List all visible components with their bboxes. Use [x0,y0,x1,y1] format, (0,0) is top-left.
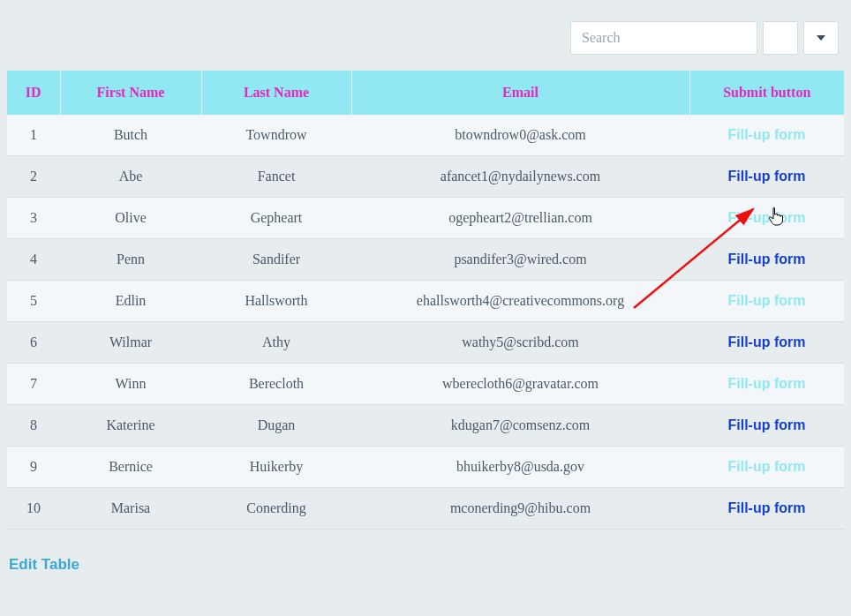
cell-last-name: Towndrow [201,115,351,156]
cell-first-name: Olive [60,198,201,239]
table-row: 6WilmarAthywathy5@scribd.comFill-up form [7,322,844,364]
fill-up-form-link[interactable]: Fill-up form [728,500,806,515]
table-row: 3OliveGepheartogepheart2@trellian.comFil… [7,198,844,239]
cell-email: psandifer3@wired.com [351,239,689,281]
cell-id: 1 [7,115,60,156]
cell-last-name: Dugan [201,405,351,447]
cell-submit: Fill-up form [689,239,844,281]
cell-email: ehallsworth4@creativecommons.org [351,281,689,322]
cell-id: 5 [7,281,60,322]
cell-submit: Fill-up form [689,488,844,530]
cell-last-name: Hallsworth [201,281,351,322]
cell-first-name: Katerine [60,405,201,447]
table-row: 10MarisaConerdingmconerding9@hibu.comFil… [7,488,844,530]
cell-first-name: Penn [60,239,201,281]
table-row: 2AbeFancetafancet1@nydailynews.comFill-u… [7,156,844,198]
column-header-submit[interactable]: Submit button [689,71,844,115]
fill-up-form-link[interactable]: Fill-up form [728,417,806,432]
cell-submit: Fill-up form [689,281,844,322]
cell-id: 6 [7,322,60,364]
cell-email: mconerding9@hibu.com [351,488,689,530]
cell-id: 4 [7,239,60,281]
cell-id: 3 [7,198,60,239]
column-header-last-name[interactable]: Last Name [201,71,351,115]
column-header-id[interactable]: ID [7,71,60,115]
cell-last-name: Athy [201,322,351,364]
fill-up-form-link[interactable]: Fill-up form [728,459,806,474]
search-button[interactable] [763,21,798,55]
cell-first-name: Bernice [60,447,201,488]
table-row: 4PennSandiferpsandifer3@wired.comFill-up… [7,239,844,281]
data-table: ID First Name Last Name Email Submit but… [7,71,844,530]
cell-submit: Fill-up form [689,115,844,156]
table-toolbar [7,21,844,55]
fill-up-form-link[interactable]: Fill-up form [728,169,806,184]
search-icon [773,31,787,45]
cell-last-name: Sandifer [201,239,351,281]
table-header-row: ID First Name Last Name Email Submit but… [7,71,844,115]
cell-last-name: Berecloth [201,364,351,405]
cell-first-name: Winn [60,364,201,405]
fill-up-form-link[interactable]: Fill-up form [728,293,806,308]
table-row: 8KaterineDugankdugan7@comsenz.comFill-up… [7,405,844,447]
cell-first-name: Edlin [60,281,201,322]
cell-email: wberecloth6@gravatar.com [351,364,689,405]
dropdown-toggle-button[interactable] [803,21,839,55]
cell-last-name: Gepheart [201,198,351,239]
cell-email: kdugan7@comsenz.com [351,405,689,447]
cell-id: 2 [7,156,60,198]
cell-submit: Fill-up form [689,405,844,447]
cell-id: 7 [7,364,60,405]
cell-email: bhuikerby8@usda.gov [351,447,689,488]
table-row: 1ButchTowndrowbtowndrow0@ask.comFill-up … [7,115,844,156]
column-header-first-name[interactable]: First Name [60,71,201,115]
cell-id: 9 [7,447,60,488]
cell-last-name: Huikerby [201,447,351,488]
search-input[interactable] [570,21,757,55]
cell-submit: Fill-up form [689,156,844,198]
cell-id: 10 [7,488,60,530]
cell-first-name: Marisa [60,488,201,530]
cell-id: 8 [7,405,60,447]
table-row: 7WinnBereclothwberecloth6@gravatar.comFi… [7,364,844,405]
fill-up-form-link[interactable]: Fill-up form [728,127,806,142]
cell-first-name: Abe [60,156,201,198]
cell-email: wathy5@scribd.com [351,322,689,364]
cell-email: btowndrow0@ask.com [351,115,689,156]
table-row: 9BerniceHuikerbybhuikerby8@usda.govFill-… [7,447,844,488]
table-row: 5EdlinHallsworthehallsworth4@creativecom… [7,281,844,322]
cell-submit: Fill-up form [689,364,844,405]
cell-submit: Fill-up form [689,198,844,239]
edit-table-link[interactable]: Edit Table [9,556,79,574]
fill-up-form-link[interactable]: Fill-up form [728,210,806,225]
fill-up-form-link[interactable]: Fill-up form [728,252,806,267]
fill-up-form-link[interactable]: Fill-up form [728,376,806,391]
cell-last-name: Fancet [201,156,351,198]
cell-email: ogepheart2@trellian.com [351,198,689,239]
cell-last-name: Conerding [201,488,351,530]
fill-up-form-link[interactable]: Fill-up form [728,334,806,349]
svg-line-1 [783,41,787,44]
cell-email: afancet1@nydailynews.com [351,156,689,198]
cell-first-name: Butch [60,115,201,156]
cell-first-name: Wilmar [60,322,201,364]
cell-submit: Fill-up form [689,322,844,364]
column-header-email[interactable]: Email [351,71,689,115]
cell-submit: Fill-up form [689,447,844,488]
chevron-down-icon [817,35,825,41]
